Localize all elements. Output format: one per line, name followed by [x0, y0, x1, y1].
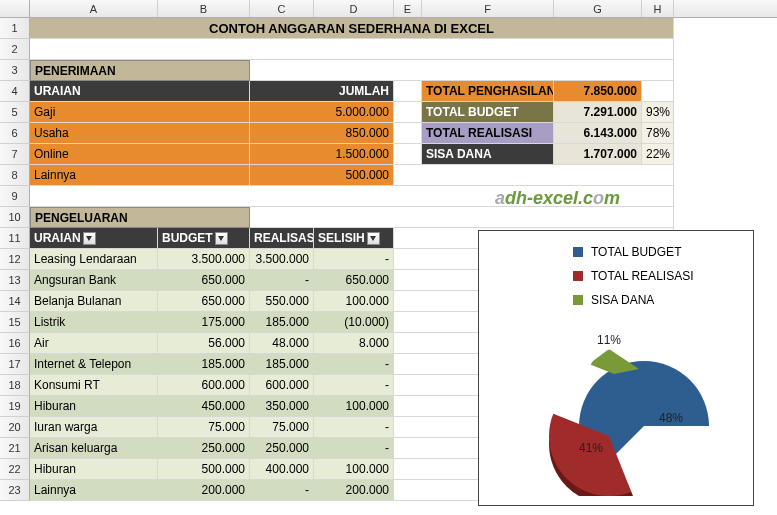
income-value[interactable]: 850.000	[250, 123, 394, 144]
row-header[interactable]: 1	[0, 18, 30, 39]
expense-budget[interactable]: 175.000	[158, 312, 250, 333]
row-header[interactable]: 13	[0, 270, 30, 291]
income-value[interactable]: 500.000	[250, 165, 394, 186]
expense-selisih[interactable]: -	[314, 354, 394, 375]
expense-budget[interactable]: 500.000	[158, 459, 250, 480]
expense-item[interactable]: Lainnya	[30, 480, 158, 501]
income-value[interactable]: 1.500.000	[250, 144, 394, 165]
expense-budget[interactable]: 75.000	[158, 417, 250, 438]
expense-selisih[interactable]: 650.000	[314, 270, 394, 291]
expense-realisasi[interactable]: 350.000	[250, 396, 314, 417]
expense-realisasi[interactable]: 185.000	[250, 312, 314, 333]
row-header[interactable]: 12	[0, 249, 30, 270]
expense-item[interactable]: Angsuran Bank	[30, 270, 158, 291]
income-item[interactable]: Usaha	[30, 123, 250, 144]
sum-value[interactable]: 6.143.000	[554, 123, 642, 144]
th-selisih[interactable]: SELISIH	[314, 228, 394, 249]
row-header[interactable]: 16	[0, 333, 30, 354]
sum-pct[interactable]: 22%	[642, 144, 674, 165]
expense-budget[interactable]: 650.000	[158, 270, 250, 291]
col-header-e[interactable]: E	[394, 0, 422, 17]
col-header-g[interactable]: G	[554, 0, 642, 17]
th-realisasi[interactable]: REALISASI	[250, 228, 314, 249]
col-header-h[interactable]: H	[642, 0, 674, 17]
expense-item[interactable]: Internet & Telepon	[30, 354, 158, 375]
sum-pct[interactable]: 78%	[642, 123, 674, 144]
th-budget[interactable]: BUDGET	[158, 228, 250, 249]
th-uraian[interactable]: URAIAN	[30, 81, 250, 102]
expense-budget[interactable]: 600.000	[158, 375, 250, 396]
filter-dropdown-icon[interactable]	[215, 232, 228, 245]
expense-item[interactable]: Belanja Bulanan	[30, 291, 158, 312]
expense-item[interactable]: Leasing Lendaraan	[30, 249, 158, 270]
col-header-d[interactable]: D	[314, 0, 394, 17]
empty-cell[interactable]	[642, 81, 674, 102]
penerimaan-header[interactable]: PENERIMAAN	[30, 60, 250, 81]
income-item[interactable]: Online	[30, 144, 250, 165]
expense-realisasi[interactable]: 250.000	[250, 438, 314, 459]
sum-pct[interactable]: 93%	[642, 102, 674, 123]
expense-item[interactable]: Konsumi RT	[30, 375, 158, 396]
row-header[interactable]: 10	[0, 207, 30, 228]
row-header[interactable]: 6	[0, 123, 30, 144]
empty-cell[interactable]	[394, 144, 422, 165]
expense-realisasi[interactable]: 400.000	[250, 459, 314, 480]
filter-dropdown-icon[interactable]	[367, 232, 380, 245]
expense-budget[interactable]: 650.000	[158, 291, 250, 312]
row-header[interactable]: 7	[0, 144, 30, 165]
col-header-f[interactable]: F	[422, 0, 554, 17]
expense-selisih[interactable]: 200.000	[314, 480, 394, 501]
expense-selisih[interactable]: -	[314, 375, 394, 396]
col-header-b[interactable]: B	[158, 0, 250, 17]
expense-budget[interactable]: 3.500.000	[158, 249, 250, 270]
expense-selisih[interactable]: (10.000)	[314, 312, 394, 333]
expense-realisasi[interactable]: 550.000	[250, 291, 314, 312]
empty-cell[interactable]	[250, 60, 674, 81]
expense-budget[interactable]: 200.000	[158, 480, 250, 501]
sum-value[interactable]: 7.291.000	[554, 102, 642, 123]
empty-cell[interactable]	[30, 39, 674, 60]
pengeluaran-header[interactable]: PENGELUARAN	[30, 207, 250, 228]
row-header[interactable]: 23	[0, 480, 30, 501]
expense-realisasi[interactable]: 600.000	[250, 375, 314, 396]
expense-selisih[interactable]: -	[314, 417, 394, 438]
expense-selisih[interactable]: 100.000	[314, 291, 394, 312]
income-value[interactable]: 5.000.000	[250, 102, 394, 123]
row-header[interactable]: 20	[0, 417, 30, 438]
expense-item[interactable]: Air	[30, 333, 158, 354]
row-header[interactable]: 5	[0, 102, 30, 123]
th-uraian[interactable]: URAIAN	[30, 228, 158, 249]
sum-value[interactable]: 1.707.000	[554, 144, 642, 165]
expense-realisasi[interactable]: 3.500.000	[250, 249, 314, 270]
expense-item[interactable]: Hiburan	[30, 396, 158, 417]
row-header[interactable]: 9	[0, 186, 30, 207]
row-header[interactable]: 15	[0, 312, 30, 333]
expense-selisih[interactable]: 8.000	[314, 333, 394, 354]
expense-budget[interactable]: 250.000	[158, 438, 250, 459]
empty-cell[interactable]	[250, 207, 674, 228]
th-jumlah[interactable]: JUMLAH	[250, 81, 394, 102]
row-header[interactable]: 17	[0, 354, 30, 375]
empty-cell[interactable]	[394, 165, 674, 186]
expense-realisasi[interactable]: 48.000	[250, 333, 314, 354]
empty-cell[interactable]	[394, 81, 422, 102]
filter-dropdown-icon[interactable]	[83, 232, 96, 245]
income-item[interactable]: Gaji	[30, 102, 250, 123]
expense-realisasi[interactable]: 185.000	[250, 354, 314, 375]
empty-cell[interactable]	[394, 123, 422, 144]
row-header[interactable]: 22	[0, 459, 30, 480]
row-header[interactable]: 3	[0, 60, 30, 81]
row-header[interactable]: 19	[0, 396, 30, 417]
expense-selisih[interactable]: -	[314, 438, 394, 459]
row-header[interactable]: 11	[0, 228, 30, 249]
col-header-c[interactable]: C	[250, 0, 314, 17]
sum-label[interactable]: SISA DANA	[422, 144, 554, 165]
expense-item[interactable]: Iuran warga	[30, 417, 158, 438]
expense-item[interactable]: Hiburan	[30, 459, 158, 480]
expense-selisih[interactable]: 100.000	[314, 459, 394, 480]
expense-budget[interactable]: 56.000	[158, 333, 250, 354]
col-header-a[interactable]: A	[30, 0, 158, 17]
select-all-corner[interactable]	[0, 0, 30, 17]
sum-label[interactable]: TOTAL REALISASI	[422, 123, 554, 144]
row-header[interactable]: 18	[0, 375, 30, 396]
